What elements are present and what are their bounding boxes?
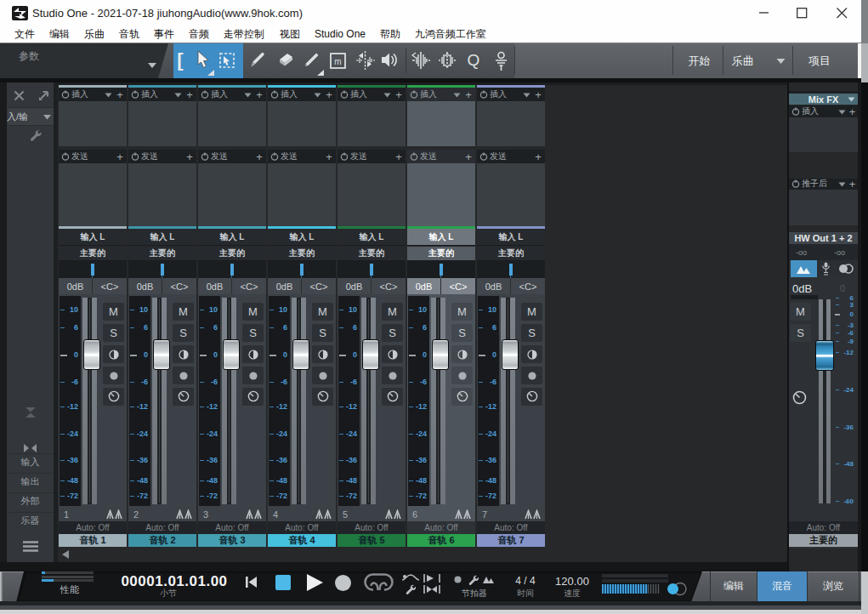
svg-text:m: m <box>334 57 341 66</box>
